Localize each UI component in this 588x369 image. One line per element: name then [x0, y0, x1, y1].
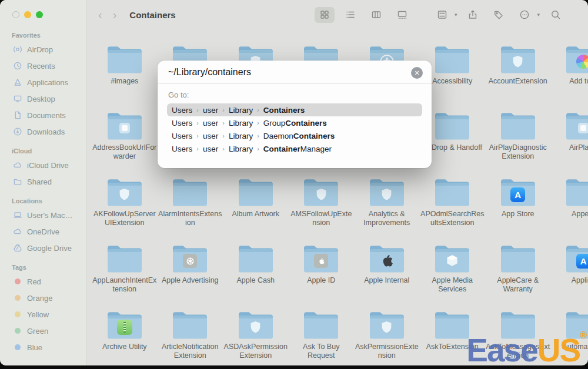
- folder-item-addressbookurlforwarder[interactable]: AddressBookUrlForwarder: [92, 110, 158, 177]
- chevron-right-icon: ›: [196, 132, 199, 139]
- path-crumb-final: Group: [263, 119, 286, 128]
- sidebar-item-shared[interactable]: Shared: [0, 173, 86, 190]
- folder-label: #images: [92, 77, 157, 86]
- forward-button[interactable]: ›: [113, 9, 117, 21]
- folder-item-apple-media-services[interactable]: Apple Media Services: [420, 243, 486, 310]
- folder-item-alarmintentsextension[interactable]: AlarmIntentsExtension: [158, 177, 223, 243]
- path-suggestion-selected[interactable]: Users›user›Library›Containers: [167, 103, 422, 116]
- path-crumb: user: [203, 132, 218, 140]
- folder-item-applaunchintentextension[interactable]: AppLaunchIntentExtension: [92, 243, 158, 310]
- folder-item-asktoextension[interactable]: AskToExtension: [420, 310, 486, 365]
- download-icon: [12, 127, 22, 137]
- sidebar-section-header: Locations: [0, 197, 86, 207]
- tags-button[interactable]: [489, 7, 509, 23]
- sidebar-item-icloud-drive[interactable]: iCloud Drive: [0, 157, 86, 173]
- gallery-view-button[interactable]: [392, 7, 412, 23]
- folder-icon: [106, 44, 143, 75]
- sidebar-item-green[interactable]: Green: [0, 323, 86, 339]
- sidebar-item-downloads[interactable]: Downloads: [0, 123, 86, 140]
- appstore-badge-icon: A: [499, 182, 537, 207]
- sidebar-item-label: OneDrive: [27, 227, 59, 236]
- sidebar-item-documents[interactable]: Documents: [0, 107, 86, 123]
- path-suggestion[interactable]: Users›user›Library›Daemon Containers: [167, 129, 422, 142]
- sidebar-item-recents[interactable]: Recents: [0, 58, 86, 74]
- folder-item-appear[interactable]: Appear: [551, 177, 588, 243]
- folder-item-analytics-improvements[interactable]: Analytics & Improvements: [354, 177, 420, 243]
- folder-icon: [106, 110, 143, 141]
- folder-item-album-artwork[interactable]: Album Artwork: [223, 177, 289, 243]
- folder-icon: A: [564, 243, 588, 274]
- folder-item-accountextension[interactable]: AccountExtension: [485, 44, 551, 110]
- go-to-folder-dialog: ✕ Go to: Users›user›Library›ContainersUs…: [158, 61, 432, 168]
- minimize-window-button[interactable]: [24, 11, 31, 18]
- sidebar-section-header: Tags: [0, 264, 86, 273]
- folder-item-applica[interactable]: AApplica: [551, 243, 588, 310]
- path-suggestion[interactable]: Users›user›Library›ContainerManager: [167, 142, 422, 155]
- folder-item-apple-id[interactable]: Apple ID: [289, 243, 355, 310]
- folder-item-asdaskpermissionextension[interactable]: ASDAskPermissionExtension: [223, 310, 289, 365]
- path-crumb-final: Containers: [285, 119, 327, 128]
- search-button[interactable]: [546, 7, 566, 23]
- folder-item-apple-advertising[interactable]: Apple Advertising: [158, 243, 223, 310]
- path-crumb: user: [203, 119, 218, 128]
- sidebar-item-label: Red: [27, 277, 41, 286]
- sidebar-item-user-s-mac-[interactable]: User's Mac…: [0, 207, 86, 223]
- folder-item-airplaydiagnostic-extension[interactable]: AirPlayDiagnostic Extension: [485, 110, 551, 177]
- folder-label: App Store: [485, 210, 550, 219]
- sidebar-item-label: iCloud Drive: [27, 161, 69, 170]
- sidebar-item-airdrop[interactable]: AirDrop: [0, 41, 86, 58]
- folder-item-applecare-warranty[interactable]: AppleCare & Warranty: [485, 243, 551, 310]
- folder-item-apple-internal[interactable]: Apple Internal: [354, 243, 420, 310]
- group-by-button[interactable]: [432, 7, 452, 23]
- folder-item-add-to-p[interactable]: Add to P: [551, 44, 588, 110]
- plain-badge-icon: [106, 248, 143, 274]
- shield-badge-icon: [106, 182, 143, 207]
- folder-item-app-store[interactable]: AApp Store: [485, 177, 551, 243]
- folder-label: AKFollowUpServerUIExtension: [92, 210, 157, 227]
- folder-icon: [433, 44, 471, 75]
- folder-item-airplayu[interactable]: AirPlayU: [551, 110, 588, 177]
- more-actions-button[interactable]: [514, 7, 534, 23]
- tag-color-dot: [12, 343, 22, 353]
- cube-badge-icon: [433, 248, 471, 274]
- folder-item-apodmlsearchresultsextension[interactable]: APOdmlSearchResultsExtension: [420, 177, 486, 243]
- sidebar-item-label: Orange: [27, 294, 52, 303]
- share-button[interactable]: [463, 7, 483, 23]
- folder-item--images[interactable]: #images: [92, 44, 158, 110]
- sidebar-item-red[interactable]: Red: [0, 273, 86, 290]
- sidebar-item-applications[interactable]: Applications: [0, 74, 86, 90]
- folder-item-askpermissionextension[interactable]: AskPermissionExtension: [354, 310, 420, 365]
- back-button[interactable]: ‹: [98, 9, 102, 21]
- sidebar-item-google-drive[interactable]: Google Drive: [0, 240, 86, 256]
- sidebar-item-label: Recents: [27, 62, 55, 71]
- column-view-button[interactable]: [366, 7, 386, 23]
- folder-item-ask-to-buy-request[interactable]: Ask To Buy Request: [289, 310, 355, 365]
- folder-item-automatic-ui[interactable]: Automatic UI: [551, 310, 588, 365]
- folder-item-apple-cash[interactable]: Apple Cash: [223, 243, 289, 310]
- folder-item-asktomessagesextension[interactable]: AskToMessagesExtension: [485, 310, 551, 365]
- close-icon[interactable]: ✕: [411, 67, 423, 79]
- path-input[interactable]: [168, 67, 405, 78]
- folder-item-amsfollowupextension[interactable]: AMSFollowUpExtension: [289, 177, 355, 243]
- folder-item-articlenotification-extension[interactable]: ArticleNotification Extension: [158, 310, 223, 365]
- chevron-right-icon: ›: [196, 145, 199, 152]
- close-window-button[interactable]: [12, 11, 19, 18]
- sidebar-item-blue[interactable]: Blue: [0, 339, 86, 355]
- plain-badge-icon: [564, 182, 588, 207]
- list-view-button[interactable]: [340, 7, 360, 23]
- applications-icon: [12, 78, 22, 88]
- folder-item-archive-utility[interactable]: Archive Utility: [92, 310, 158, 365]
- sidebar-item-yellow[interactable]: Yellow: [0, 306, 86, 323]
- folder-label: AskToMessagesExtension: [485, 343, 550, 360]
- zoom-window-button[interactable]: [36, 11, 43, 18]
- grid-view-button[interactable]: [315, 7, 335, 23]
- sidebar-item-orange[interactable]: Orange: [0, 290, 86, 306]
- sidebar-item-desktop[interactable]: Desktop: [0, 90, 86, 107]
- path-suggestion[interactable]: Users›user›Library›Group Containers: [167, 116, 422, 129]
- folder-item-akfollowupserveruiextension[interactable]: AKFollowUpServerUIExtension: [92, 177, 158, 243]
- folder-icon: [171, 310, 209, 340]
- sidebar-item-onedrive[interactable]: OneDrive: [0, 223, 86, 240]
- folder-label: ASDAskPermissionExtension: [223, 343, 288, 360]
- folder-icon: [368, 243, 406, 274]
- folder-icon: [237, 310, 275, 340]
